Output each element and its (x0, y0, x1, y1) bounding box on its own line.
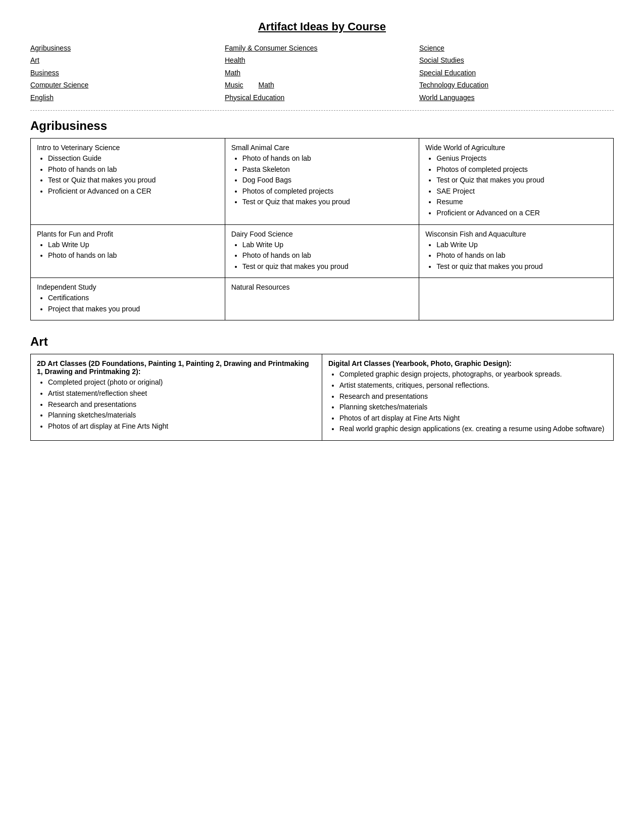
list-item: Planning sketches/materials (339, 402, 607, 412)
list-item: Test or quiz that makes you proud (242, 262, 413, 272)
list-item: Photos of completed projects (242, 187, 413, 197)
list-item: Photos of completed projects (436, 165, 607, 175)
cell-title: Natural Resources (231, 283, 413, 291)
table-row: Independent Study Certifications Project… (31, 278, 614, 320)
list-item: Research and presentations (48, 400, 316, 410)
nav-computer-science[interactable]: Computer Science (30, 79, 225, 90)
list-item: Artist statements, critiques, personal r… (339, 381, 607, 391)
nav-world-languages[interactable]: World Languages (419, 92, 614, 103)
cell-list: Dissection Guide Photo of hands on lab T… (37, 154, 219, 196)
list-item: Lab Write Up (48, 240, 219, 250)
nav-tech-ed[interactable]: Technology Education (419, 79, 614, 90)
list-item: Pasta Skeleton (242, 165, 413, 175)
page-title: Artifact Ideas by Course (30, 20, 614, 33)
cell-list: Completed project (photo or original) Ar… (37, 378, 316, 431)
table-cell: Natural Resources (225, 278, 419, 320)
list-item: Genius Projects (436, 154, 607, 164)
cell-title: Wisconsin Fish and Aquaculture (425, 230, 607, 238)
list-item: Photos of art display at Fine Arts Night (339, 413, 607, 424)
list-item: Real world graphic design applications (… (339, 424, 607, 434)
list-item: Proficient or Advanced on a CER (436, 208, 607, 218)
cell-title: 2D Art Classes (2D Foundations, Painting… (37, 359, 316, 376)
nav-math[interactable]: Math (225, 67, 419, 78)
table-cell: Wisconsin Fish and Aquaculture Lab Write… (419, 224, 614, 278)
cell-title: Digital Art Classes (Yearbook, Photo, Gr… (328, 359, 607, 367)
nav-agribusiness[interactable]: Agribusiness (30, 42, 225, 54)
list-item: Lab Write Up (242, 240, 413, 250)
list-item: Photos of art display at Fine Arts Night (48, 422, 316, 432)
nav-fcs[interactable]: Family & Consumer Sciences (225, 42, 419, 54)
cell-title: Independent Study (37, 283, 219, 291)
cell-list: Lab Write Up Photo of hands on lab Test … (231, 240, 413, 272)
nav-health[interactable]: Health (225, 55, 419, 66)
table-cell: Wide World of Agriculture Genius Project… (419, 138, 614, 224)
table-cell: Plants for Fun and Profit Lab Write Up P… (31, 224, 225, 278)
cell-list: Completed graphic design projects, photo… (328, 369, 607, 434)
nav-math-2[interactable]: Math (259, 79, 274, 90)
art-table: 2D Art Classes (2D Foundations, Painting… (30, 354, 614, 441)
nav-science[interactable]: Science (419, 42, 614, 54)
cell-list: Lab Write Up Photo of hands on lab (37, 240, 219, 261)
list-item: Completed graphic design projects, photo… (339, 369, 607, 380)
nav-art[interactable]: Art (30, 55, 225, 66)
table-cell: Independent Study Certifications Project… (31, 278, 225, 320)
cell-title: Dairy Food Science (231, 230, 413, 238)
list-item: Test or quiz that makes you proud (436, 262, 607, 272)
table-row: 2D Art Classes (2D Foundations, Painting… (31, 354, 614, 441)
nav-english[interactable]: English (30, 92, 225, 103)
cell-list: Genius Projects Photos of completed proj… (425, 154, 607, 218)
nav-business[interactable]: Business (30, 67, 225, 78)
table-cell: Intro to Veterinary Science Dissection G… (31, 138, 225, 224)
list-item: Lab Write Up (436, 240, 607, 250)
list-item: Resume (436, 197, 607, 207)
list-item: Test or Quiz that makes you proud (48, 175, 219, 186)
list-item: Photo of hands on lab (242, 251, 413, 261)
table-row: Plants for Fun and Profit Lab Write Up P… (31, 224, 614, 278)
section-divider (30, 110, 614, 111)
cell-title: Wide World of Agriculture (425, 144, 607, 152)
nav-col-1: Agribusiness Art Business Computer Scien… (30, 42, 225, 103)
cell-list: Photo of hands on lab Pasta Skeleton Dog… (231, 154, 413, 207)
nav-special-ed[interactable]: Special Education (419, 67, 614, 78)
cell-title: Plants for Fun and Profit (37, 230, 219, 238)
nav-links: Agribusiness Art Business Computer Scien… (30, 42, 614, 103)
section-title-agribusiness: Agribusiness (30, 119, 614, 133)
list-item: Proficient or Advanced on a CER (48, 187, 219, 197)
nav-col-2: Family & Consumer Sciences Health Math M… (225, 42, 419, 103)
list-item: Photo of hands on lab (48, 251, 219, 261)
list-item: Certifications (48, 293, 219, 303)
agribusiness-table: Intro to Veterinary Science Dissection G… (30, 138, 614, 321)
section-title-art: Art (30, 335, 614, 349)
list-item: Project that makes you proud (48, 304, 219, 314)
cell-list: Certifications Project that makes you pr… (37, 293, 219, 314)
nav-col-3: Science Social Studies Special Education… (419, 42, 614, 103)
list-item: Completed project (photo or original) (48, 378, 316, 388)
nav-music-math-row: Music Math (225, 79, 419, 90)
list-item: Artist statement/reflection sheet (48, 389, 316, 399)
list-item: Test or Quiz that makes you proud (436, 175, 607, 186)
list-item: Research and presentations (339, 392, 607, 402)
list-item: Photo of hands on lab (242, 154, 413, 164)
table-cell: Small Animal Care Photo of hands on lab … (225, 138, 419, 224)
table-cell: Dairy Food Science Lab Write Up Photo of… (225, 224, 419, 278)
list-item: Planning sketches/materials (48, 410, 316, 421)
table-row: Intro to Veterinary Science Dissection G… (31, 138, 614, 224)
table-cell (419, 278, 614, 320)
list-item: Dissection Guide (48, 154, 219, 164)
list-item: Test or Quiz that makes you proud (242, 197, 413, 207)
cell-list: Lab Write Up Photo of hands on lab Test … (425, 240, 607, 272)
nav-music[interactable]: Music (225, 79, 243, 90)
nav-pe[interactable]: Physical Education (225, 92, 419, 103)
list-item: SAE Project (436, 187, 607, 197)
list-item: Photo of hands on lab (48, 165, 219, 175)
list-item: Dog Food Bags (242, 175, 413, 186)
table-cell: Digital Art Classes (Yearbook, Photo, Gr… (322, 354, 614, 441)
cell-title: Intro to Veterinary Science (37, 144, 219, 152)
table-cell: 2D Art Classes (2D Foundations, Painting… (31, 354, 322, 441)
cell-title: Small Animal Care (231, 144, 413, 152)
nav-social-studies[interactable]: Social Studies (419, 55, 614, 66)
list-item: Photo of hands on lab (436, 251, 607, 261)
